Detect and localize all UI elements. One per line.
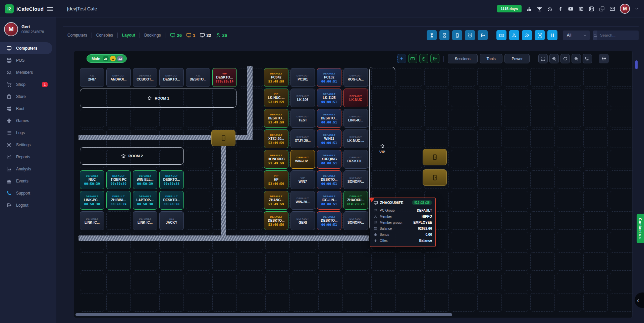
pc-card-sonoff[interactable]: DEFAULTSONOFF... <box>343 211 368 230</box>
monitor-counter[interactable]: 26 <box>170 33 181 38</box>
cash-button[interactable] <box>496 30 506 40</box>
cash-button[interactable] <box>408 54 417 63</box>
pc-card-deskto[interactable]: DEFAULTDESKTO...53:49:59 <box>264 109 288 128</box>
zoom-out-button[interactable] <box>549 54 559 63</box>
tools-button[interactable]: Tools <box>480 54 503 63</box>
mail-icon[interactable] <box>609 6 615 12</box>
pc-card-deskto[interactable]: DEFAULTDESKTO...00:00:51 <box>317 211 341 230</box>
timer-button[interactable] <box>419 54 428 63</box>
pc-card-deskto[interactable]: DEFAULTDESKTO...00:50:38 <box>159 170 184 189</box>
youtube-icon[interactable] <box>568 6 574 12</box>
pc-card-win11[interactable]: DEFAULTWIN1100:00:51 <box>317 129 341 148</box>
add-area-button[interactable] <box>397 54 406 63</box>
trophy-icon[interactable] <box>537 6 542 12</box>
pc-card-deskto[interactable]: DEFAULTDESKTO... <box>159 68 184 87</box>
pc-card-lk-nuc[interactable]: DEFAULTLK-NUC <box>343 89 368 107</box>
sidebar-item-boot[interactable]: Boot <box>0 103 52 115</box>
avatar[interactable]: M <box>620 4 630 14</box>
pc-card-pc042[interactable]: DEFAULTPC04253:49:59 <box>264 68 288 87</box>
pc-card-ccboot[interactable]: DEFAULTCCBOOT... <box>133 68 157 87</box>
monitor-counter[interactable]: 32 <box>200 33 211 38</box>
screen-button[interactable] <box>583 54 592 63</box>
user-plus-button[interactable] <box>522 30 532 40</box>
pc-card-lk-nuc-[interactable]: DEFAULTLK-NUC-... <box>343 129 368 148</box>
zoom-in-button[interactable] <box>572 54 581 63</box>
sidebar-item-members[interactable]: Members <box>0 66 52 78</box>
sidebar-item-pos[interactable]: POS <box>0 54 52 66</box>
rss-icon[interactable] <box>547 6 553 12</box>
filter-select[interactable]: All <box>563 31 590 40</box>
pc-card-link-ic[interactable]: DEFAULTLINK-IC... <box>80 211 104 230</box>
sidebar-item-shop[interactable]: Shop1 <box>0 78 52 91</box>
pause-button[interactable] <box>547 30 557 40</box>
door-marker[interactable] <box>423 169 447 186</box>
pc-card-honorpc[interactable]: DEFAULTHONORPC53:49:59 <box>264 150 288 169</box>
i2-icon[interactable] <box>589 6 594 12</box>
pc-card-pc102[interactable]: DEFAULTPC10200:00:51 <box>317 68 341 87</box>
power-button[interactable]: Power <box>504 54 530 63</box>
sidebar-item-store[interactable]: Store <box>0 91 52 103</box>
tab-computers[interactable]: Computers <box>63 33 92 38</box>
search-input[interactable] <box>597 33 639 37</box>
pc-card-icc-lin[interactable]: DEFAULTICC-LIN...00:00:51 <box>317 191 341 210</box>
pc-card-xueqing[interactable]: DEFAULTXUEQING00:00:51 <box>317 150 341 169</box>
contact-us-button[interactable]: Contact us <box>637 214 644 243</box>
chevron-down-icon[interactable] <box>635 7 639 11</box>
pc-card-deskto[interactable]: DEFAULTDESKTO...00:00:51 <box>317 170 341 189</box>
pc-card-pc101[interactable]: DEFAULTPC101 <box>290 68 315 87</box>
sidebar-item-reports[interactable]: Reports <box>0 151 52 163</box>
hourglass-button[interactable] <box>427 30 437 40</box>
layers-icon[interactable] <box>599 6 605 12</box>
pc-card-win-liv[interactable]: DEFAULTWIN-LIV... <box>290 150 315 169</box>
hourglass2-button[interactable] <box>439 30 449 40</box>
sidebar-item-games[interactable]: Games <box>0 115 52 127</box>
scan-button[interactable] <box>535 30 545 40</box>
pc-card-laptop-[interactable]: DEFAULTLAPTOP-...00:50:38 <box>133 191 157 210</box>
mobile-button[interactable] <box>452 30 462 40</box>
pc-card-sonoff[interactable]: DEFAULTSONOFF... <box>343 170 368 189</box>
tab-main-area[interactable]: Main 26122 <box>87 54 127 63</box>
pc-card-deskto[interactable]: VIPDESKTO...779:20:14 <box>212 68 237 87</box>
pc-card-win7[interactable]: VIPWIN7 <box>290 170 315 189</box>
pc-card-zhaoxu[interactable]: DEFAULTZHAOXU...819:23:28 <box>343 191 368 210</box>
pc-card-tiger-pc[interactable]: DEFAULTTIGER-PC00:50:39 <box>106 170 131 189</box>
pc-card-zhang[interactable]: DEFAULTZHANG...53:49:59 <box>264 191 288 210</box>
pc-card-geri[interactable]: DEFAULTGERI <box>290 211 315 230</box>
pc-card-deskto[interactable]: A11DESKTO... <box>186 68 210 87</box>
pc-card-deskto[interactable]: DEFAULTDESKTO...00:00:51 <box>317 109 341 128</box>
alarm-button[interactable] <box>465 30 475 40</box>
pc-card-hp[interactable]: VIPHP53:49:59 <box>264 170 288 189</box>
door-marker[interactable] <box>211 130 235 146</box>
pc-card-deskto[interactable]: DEFAULTDESKTO... <box>343 150 368 169</box>
horizontal-scrollbar[interactable] <box>75 313 452 316</box>
vertical-scrollbar[interactable] <box>635 60 638 69</box>
expand-button[interactable] <box>538 54 548 63</box>
monitor-counter[interactable]: 1 <box>186 33 195 38</box>
pc-card-2f87[interactable]: A112F87 <box>80 68 104 87</box>
subscription-days-badge[interactable]: 1115 days <box>497 5 522 12</box>
pc-card-link-ic[interactable]: DEFAULTLINK-IC... <box>343 109 368 128</box>
pc-card-test[interactable]: DEFAULTTEST <box>290 109 315 128</box>
facebook-icon[interactable] <box>557 6 563 12</box>
sidebar-item-logs[interactable]: Logs <box>0 127 52 139</box>
pc-card-xtjy-20[interactable]: DEFAULTXTJY-20... <box>290 129 315 148</box>
sidebar-item-events[interactable]: Events <box>0 175 52 187</box>
pc-card-win-ell[interactable]: DEFAULTWIN-ELL...00:50:39 <box>133 170 157 189</box>
pc-card-lk-1125[interactable]: DEFAULTLK-112500:00:51 <box>317 89 341 107</box>
pc-card-zhibini[interactable]: DEFAULTZHIBINI...00:50:39 <box>106 191 131 210</box>
pc-card-jacky[interactable]: A11JACKY <box>159 211 184 230</box>
pc-card-lk-nuc-[interactable]: VIPLK-NUC-...53:49:59 <box>264 89 288 107</box>
pc-card-deskto[interactable]: DEFAULTDESKTO...53:49:59 <box>264 211 288 230</box>
podium-icon[interactable] <box>526 6 532 12</box>
pc-card-xtzj-20[interactable]: DEFAULTXTZJ-20...53:49:59 <box>264 129 288 148</box>
user-star-button[interactable] <box>509 30 519 40</box>
pc-card-lk-106[interactable]: DEFAULTLK-106 <box>290 89 315 107</box>
pc-card-rog-la[interactable]: DEFAULTROG-LA... <box>343 68 368 87</box>
door-marker[interactable] <box>423 149 447 165</box>
sidebar-item-computers[interactable]: Computers <box>0 42 52 54</box>
sessions-button[interactable]: Sessions <box>448 54 478 63</box>
pc-card-nuc[interactable]: DEFAULTNUC00:50:39 <box>80 170 104 189</box>
pc-card-deskto[interactable]: DEFAULTDESKTO...00:50:38 <box>159 191 184 210</box>
globe-icon[interactable] <box>578 6 584 12</box>
pc-card-link-ic[interactable]: DEFAULTLINK-IC... <box>133 211 157 230</box>
